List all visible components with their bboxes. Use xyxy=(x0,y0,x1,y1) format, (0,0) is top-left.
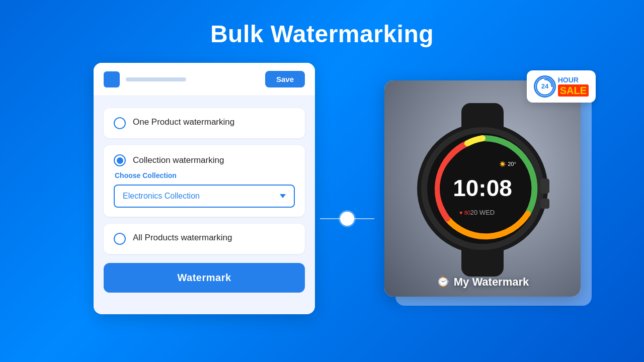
panel-body: One Product watermarking Collection wate… xyxy=(94,96,315,305)
option-one-product-label: One Product watermarking xyxy=(133,117,234,127)
connector-line-left xyxy=(320,218,340,219)
radio-collection-inner xyxy=(117,157,123,164)
sale-badge-circle: 24 xyxy=(534,75,556,98)
watermark-text: My Watermark xyxy=(454,276,529,289)
sale-badge-sale: SALE xyxy=(558,84,589,97)
panel-header: Save xyxy=(94,63,315,96)
svg-text:10:08: 10:08 xyxy=(453,175,512,201)
collection-dropdown[interactable]: Electronics Collection xyxy=(114,185,295,208)
left-panel: Save One Product watermarking Collection… xyxy=(94,63,315,314)
watch-image-background: 10:08 20 WED ☀️ 20° ♥ 80 xyxy=(384,80,581,297)
sale-badge-text: HOUR SALE xyxy=(558,76,589,96)
save-button[interactable]: Save xyxy=(265,71,305,87)
header-line-decoration xyxy=(126,77,186,81)
connector-dot xyxy=(340,212,354,226)
watermark-button[interactable]: Watermark xyxy=(104,263,305,293)
svg-rect-12 xyxy=(540,178,549,194)
watermark-icon: ⌚ xyxy=(436,276,450,289)
watch-card: 10:08 20 WED ☀️ 20° ♥ 80 ⌚ My Watermark xyxy=(384,80,581,297)
sale-badge: 24 HOUR SALE xyxy=(527,70,596,103)
choose-collection-label: Choose Collection xyxy=(115,171,177,179)
collection-select-text: Electronics Collection xyxy=(123,192,200,201)
page-title: Bulk Watermarking xyxy=(210,20,434,48)
radio-one-product[interactable] xyxy=(114,117,126,129)
chevron-down-icon xyxy=(280,194,286,198)
header-left xyxy=(104,71,186,87)
watermark-overlay: ⌚ My Watermark xyxy=(384,276,581,289)
option-collection-label: Collection watermarking xyxy=(133,155,224,165)
sale-badge-hour: HOUR xyxy=(558,76,589,84)
radio-all-products[interactable] xyxy=(114,233,126,245)
svg-text:☀️ 20°: ☀️ 20° xyxy=(499,160,516,167)
collection-option-row: Collection watermarking xyxy=(114,154,224,166)
svg-text:24: 24 xyxy=(541,82,548,90)
connector xyxy=(320,212,374,226)
main-content: Save One Product watermarking Collection… xyxy=(0,63,644,314)
blue-square-icon xyxy=(104,71,120,87)
option-collection[interactable]: Collection watermarking Choose Collectio… xyxy=(104,145,305,217)
svg-rect-13 xyxy=(540,199,549,209)
option-one-product[interactable]: One Product watermarking xyxy=(104,108,305,138)
option-all-products-label: All Products watermarking xyxy=(133,233,232,243)
svg-text:♥ 80: ♥ 80 xyxy=(459,210,470,216)
right-panel: 24 HOUR SALE xyxy=(384,80,581,297)
option-all-products[interactable]: All Products watermarking xyxy=(104,224,305,254)
watch-svg: 10:08 20 WED ☀️ 20° ♥ 80 xyxy=(402,98,563,279)
radio-collection[interactable] xyxy=(114,154,126,166)
svg-text:20 WED: 20 WED xyxy=(470,209,495,216)
connector-line-right xyxy=(354,218,374,219)
